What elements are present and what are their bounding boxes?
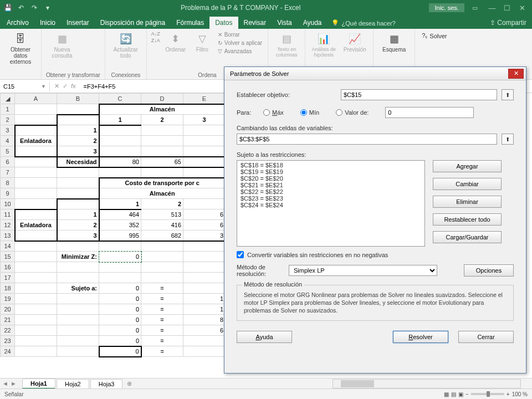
row-header[interactable]: 21	[1, 315, 15, 325]
radio-min[interactable]: Mín	[300, 109, 319, 116]
cell[interactable]: 0	[99, 336, 141, 346]
row-header[interactable]: 22	[1, 325, 15, 336]
row-header[interactable]: 20	[1, 304, 15, 315]
row-header[interactable]: 18	[1, 283, 15, 294]
col-header[interactable]: C	[99, 94, 141, 104]
cell[interactable]: 1	[57, 209, 99, 220]
forecast-button[interactable]: 📈 Previsión	[341, 31, 369, 54]
cell[interactable]: Enlatadora	[15, 220, 57, 231]
cell-selected[interactable]: 0	[99, 252, 141, 262]
tab-inicio[interactable]: Inicio	[34, 17, 61, 29]
sheet-next-icon[interactable]: ►	[11, 380, 17, 387]
row-header[interactable]: 10	[1, 199, 15, 209]
sheet-prev-icon[interactable]: ◄	[2, 380, 8, 387]
zoom-out-icon[interactable]: −	[466, 391, 469, 397]
cell[interactable]: 8	[183, 315, 226, 325]
cell[interactable]: =	[141, 336, 183, 346]
row-header[interactable]: 3	[1, 125, 15, 136]
cell[interactable]: 0	[99, 283, 141, 294]
cell[interactable]: 3	[57, 231, 99, 241]
signin-button[interactable]: Inic. ses.	[429, 3, 464, 12]
cell[interactable]: 2	[57, 136, 99, 146]
cell[interactable]: 0	[99, 346, 141, 357]
cell[interactable]: 3	[183, 231, 226, 241]
fx-icon[interactable]: fx	[71, 83, 76, 90]
refresh-all-button[interactable]: 🔄 Actualizar todo	[110, 31, 142, 60]
row-header[interactable]: 17	[1, 273, 15, 283]
cell[interactable]: 513	[141, 209, 183, 220]
outline-button[interactable]: ▦ Esquema	[378, 31, 410, 54]
row-header[interactable]: 19	[1, 294, 15, 304]
new-query-button[interactable]: ▦ Nueva consulta	[46, 31, 78, 60]
cell[interactable]: 80	[99, 157, 141, 167]
view-normal-icon[interactable]: ▦	[444, 391, 449, 397]
change-constraint-button[interactable]: Cambiar	[433, 178, 502, 190]
cell[interactable]: Enlatadora	[15, 136, 57, 146]
cell[interactable]: 416	[141, 220, 183, 231]
row-header[interactable]: 2	[1, 115, 15, 125]
share-button[interactable]: ⇪ Compartir	[484, 17, 532, 29]
constraint-item[interactable]: $C$19 = $E$19	[238, 168, 423, 175]
col-header[interactable]: E	[183, 94, 226, 104]
help-button[interactable]: Ayuda	[237, 331, 292, 343]
cell[interactable]: Sujeto a:	[57, 283, 99, 294]
cell[interactable]: 0	[99, 294, 141, 304]
constraint-item[interactable]: $C$21 = $E$21	[238, 182, 423, 188]
constraint-item[interactable]: $C$23 = $E$23	[238, 195, 423, 202]
constraint-item[interactable]: $C$20 = $E$20	[238, 175, 423, 182]
sort-button[interactable]: ⬍ Ordenar	[163, 31, 188, 54]
row-header[interactable]: 5	[1, 146, 15, 157]
delete-constraint-button[interactable]: Eliminar	[433, 196, 502, 208]
add-constraint-button[interactable]: Agregar	[433, 160, 502, 172]
cell[interactable]: 352	[99, 220, 141, 231]
enter-formula-icon[interactable]: ✓	[63, 83, 68, 90]
qat-dropdown-icon[interactable]: ▾	[43, 3, 52, 12]
row-header[interactable]: 16	[1, 262, 15, 273]
zoom-in-icon[interactable]: +	[507, 391, 510, 397]
tab-revisar[interactable]: Revisar	[238, 17, 272, 29]
close-button[interactable]: Cerrar	[458, 331, 514, 343]
solver-button[interactable]: ?ᵧ Solver	[420, 31, 449, 40]
load-save-button[interactable]: Cargar/Guardar	[433, 231, 502, 243]
text-to-columns-button[interactable]: ▤ Texto en columnas	[273, 31, 300, 59]
tab-archivo[interactable]: Archivo	[1, 17, 34, 29]
cell[interactable]: 65	[141, 157, 183, 167]
col-header[interactable]: A	[15, 94, 57, 104]
clear-filter-button[interactable]: ✕Borrar	[217, 31, 263, 38]
minimize-icon[interactable]: —	[485, 4, 499, 12]
cell[interactable]: Costo de transporte por c	[99, 178, 226, 188]
sheet-tab[interactable]: Hoja3	[90, 379, 123, 388]
namebox-dropdown-icon[interactable]: ▼	[41, 84, 46, 89]
redo-icon[interactable]: ↷	[30, 3, 39, 12]
horizontal-scrollbar[interactable]	[332, 379, 521, 388]
radio-max[interactable]: Máx	[263, 109, 284, 116]
cell[interactable]: =	[141, 304, 183, 315]
undo-icon[interactable]: ↶	[17, 3, 25, 12]
view-pagebreak-icon[interactable]: ▣	[458, 391, 463, 397]
row-header[interactable]: 1	[1, 104, 15, 115]
cell[interactable]: =	[141, 325, 183, 336]
cell[interactable]: =	[141, 346, 183, 357]
cell[interactable]: 2	[141, 115, 183, 125]
row-header[interactable]: 13	[1, 231, 15, 241]
collapse-dialog-icon[interactable]: ⬆	[502, 89, 514, 100]
row-header[interactable]: 8	[1, 178, 15, 188]
cell[interactable]: 1	[99, 115, 141, 125]
cell[interactable]: 6	[183, 325, 226, 336]
tab-datos[interactable]: Datos	[209, 17, 238, 29]
name-box[interactable]: C15 ▼	[0, 82, 50, 91]
row-header[interactable]: 6	[1, 157, 15, 167]
filter-button[interactable]: ▽ Filtro	[191, 31, 213, 54]
cell[interactable]: 0	[99, 325, 141, 336]
sheet-tab[interactable]: Hoja1	[22, 378, 55, 389]
row-header[interactable]: 9	[1, 188, 15, 199]
cell[interactable]: 1	[183, 304, 226, 315]
sort-za-icon[interactable]: Z↓A	[151, 38, 160, 43]
reset-all-button[interactable]: Restablecer todo	[433, 213, 502, 226]
ribbon-display-icon[interactable]: ▭	[472, 4, 478, 12]
row-header[interactable]: 15	[1, 252, 15, 262]
dialog-titlebar[interactable]: Parámetros de Solver ✕	[224, 67, 526, 80]
tab-insertar[interactable]: Insertar	[61, 17, 95, 29]
set-objective-input[interactable]	[341, 89, 497, 100]
row-header[interactable]: 11	[1, 209, 15, 220]
